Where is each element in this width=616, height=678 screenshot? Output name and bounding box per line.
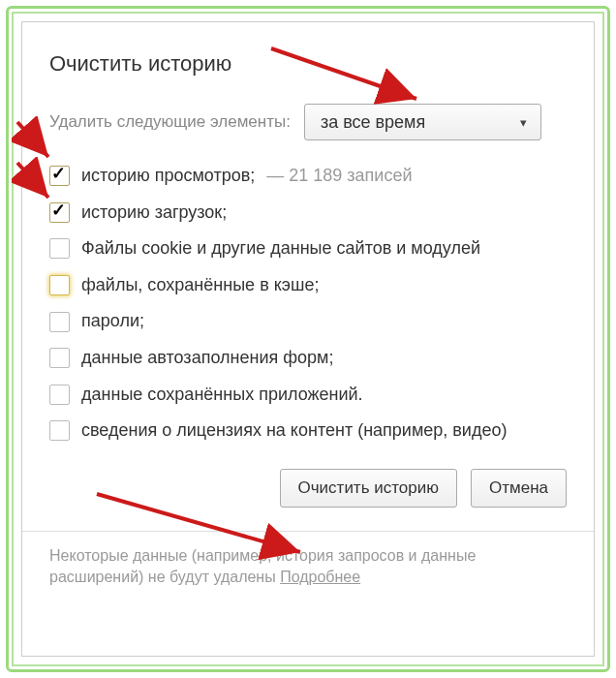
dialog-title: Очистить историю	[49, 51, 567, 77]
option-row: файлы, сохранённые в кэше;	[49, 275, 567, 296]
chevron-down-icon: ▾	[520, 115, 527, 130]
checkbox[interactable]	[49, 312, 70, 332]
divider	[22, 531, 594, 532]
option-row: Файлы cookie и другие данные сайтов и мо…	[49, 238, 567, 260]
option-label: данные сохранённых приложений.	[81, 385, 363, 406]
option-label: файлы, сохранённые в кэше;	[81, 275, 319, 296]
button-row: Очистить историю Отмена	[49, 469, 567, 508]
period-select[interactable]: за все время ▾	[304, 104, 541, 140]
clear-history-dialog: Очистить историю Удалить следующие элеме…	[21, 21, 595, 657]
clear-button[interactable]: Очистить историю	[280, 469, 457, 508]
period-row: Удалить следующие элементы: за все время…	[49, 104, 567, 140]
footer-link[interactable]: Подробнее	[280, 569, 360, 585]
option-label: Файлы cookie и другие данные сайтов и мо…	[81, 238, 480, 260]
cancel-button[interactable]: Отмена	[471, 469, 567, 508]
footer-text: Некоторые данные (например, история запр…	[49, 547, 476, 585]
option-row: сведения о лицензиях на контент (наприме…	[49, 420, 567, 442]
option-row: историю просмотров; — 21 189 записей	[49, 166, 567, 187]
checkbox[interactable]	[49, 202, 70, 223]
checkbox[interactable]	[49, 238, 70, 259]
period-select-value: за все время	[321, 112, 425, 133]
option-label: данные автозаполнения форм;	[81, 348, 333, 369]
checkbox[interactable]	[49, 275, 70, 295]
option-row: данные автозаполнения форм;	[49, 348, 567, 369]
checkbox[interactable]	[49, 166, 70, 186]
option-row: пароли;	[49, 311, 567, 332]
checkbox[interactable]	[49, 420, 70, 441]
option-row: данные сохранённых приложений.	[49, 385, 567, 406]
option-label: историю просмотров;	[81, 166, 255, 187]
options-list: историю просмотров; — 21 189 записейисто…	[49, 166, 567, 442]
option-label: пароли;	[81, 311, 144, 332]
checkbox[interactable]	[49, 385, 70, 405]
option-label: историю загрузок;	[81, 202, 227, 224]
option-count: — 21 189 записей	[266, 166, 412, 187]
option-label: сведения о лицензиях на контент (наприме…	[81, 420, 507, 442]
checkbox[interactable]	[49, 348, 70, 368]
footer-note: Некоторые данные (например, история запр…	[49, 545, 567, 589]
option-row: историю загрузок;	[49, 202, 567, 224]
period-label: Удалить следующие элементы:	[49, 112, 291, 132]
